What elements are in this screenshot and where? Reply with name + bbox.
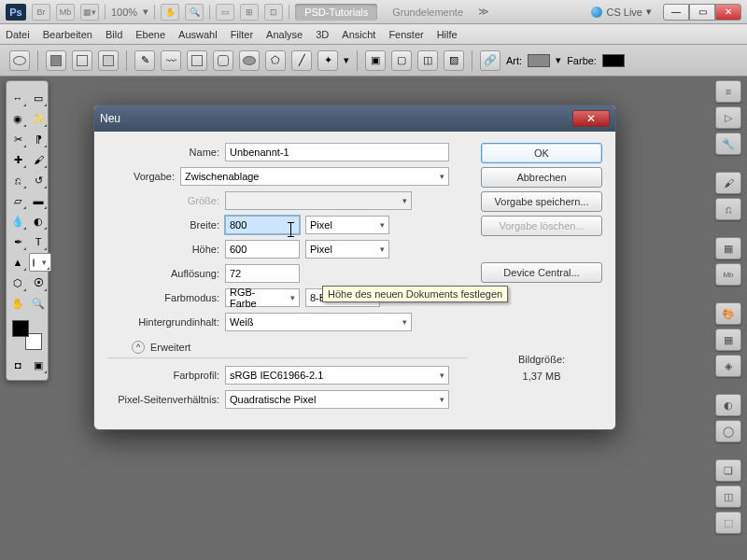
layers-panel-icon[interactable]: ❏	[715, 459, 741, 482]
height-input[interactable]	[225, 240, 300, 259]
zoom-level[interactable]: 100%	[111, 7, 137, 18]
dodge-tool-icon[interactable]: ◐	[29, 212, 48, 231]
device-central-button[interactable]: Device Central...	[481, 262, 602, 283]
cs-live-button[interactable]: CS Live▾	[591, 6, 652, 18]
swatches-panel-icon[interactable]: ▦	[715, 329, 741, 351]
brush-panel-icon[interactable]: 🖌	[715, 172, 741, 194]
guides-icon[interactable]: ⊞	[240, 4, 259, 21]
background-select[interactable]: Weiß	[225, 313, 412, 331]
layout-button[interactable]: ▦▾	[80, 4, 99, 21]
polygon-icon[interactable]: ⬠	[265, 50, 286, 71]
path-select-icon[interactable]: ▲	[8, 253, 27, 272]
color-picker[interactable]	[10, 318, 44, 352]
width-input[interactable]	[225, 216, 300, 234]
minimize-button[interactable]: —	[663, 4, 689, 21]
shape-tool-icon[interactable]	[29, 253, 51, 272]
clone-panel-icon[interactable]: ⎌	[715, 198, 741, 220]
workspace-more-icon[interactable]: ≫	[478, 6, 489, 18]
zoom-tool-icon[interactable]: 🔍	[29, 294, 48, 313]
quickmask-icon[interactable]: ◘	[8, 356, 27, 374]
maximize-button[interactable]: ▭	[689, 4, 715, 21]
3d-tool-icon[interactable]: ⬡	[8, 273, 27, 292]
dialog-titlebar[interactable]: Neu ✕	[94, 105, 615, 132]
wand-tool-icon[interactable]: ✨	[29, 109, 48, 128]
workspace-tab-active[interactable]: PSD-Tutorials	[295, 4, 377, 21]
pathop-icon[interactable]: ▨	[444, 50, 464, 71]
rectangle-icon[interactable]	[187, 50, 207, 71]
stamp-tool-icon[interactable]: ⎌	[8, 171, 27, 189]
brush-tool-icon[interactable]: 🖌	[29, 150, 48, 169]
eyedropper-tool-icon[interactable]: ⁋	[29, 130, 48, 148]
pixelaspect-select[interactable]: Quadratische Pixel	[225, 390, 449, 409]
menu-filter[interactable]: Filter	[231, 29, 253, 40]
pathop-icon[interactable]: ◫	[417, 50, 438, 71]
screenmode-icon[interactable]: ▣	[29, 356, 48, 374]
menu-fenster[interactable]: Fenster	[388, 29, 423, 40]
pathop-icon[interactable]: ▣	[365, 50, 386, 71]
toolpresets-panel-icon[interactable]: 🔧	[715, 133, 741, 155]
color-swatch[interactable]	[602, 54, 625, 67]
colormode-select[interactable]: RGB-Farbe	[225, 288, 300, 307]
heal-tool-icon[interactable]: ✚	[8, 150, 27, 169]
minibridge-panel-icon[interactable]: Mb	[715, 263, 741, 286]
blur-tool-icon[interactable]: 💧	[8, 212, 27, 231]
link-icon[interactable]: 🔗	[480, 50, 500, 71]
grid-icon[interactable]: ⊡	[264, 4, 283, 21]
crop-tool-icon[interactable]: ✂	[8, 130, 27, 148]
menu-3d[interactable]: 3D	[316, 29, 329, 40]
fg-color-swatch[interactable]	[12, 320, 29, 337]
ellipse-icon[interactable]	[239, 50, 260, 71]
menu-bild[interactable]: Bild	[106, 29, 122, 40]
actions-panel-icon[interactable]: ▷	[715, 106, 741, 129]
close-button[interactable]: ✕	[715, 4, 741, 21]
lasso-tool-icon[interactable]: ◉	[8, 109, 27, 128]
advanced-toggle[interactable]: ^ Erweitert	[132, 341, 468, 354]
pen-icon[interactable]: ✎	[134, 50, 155, 71]
eraser-tool-icon[interactable]: ▱	[8, 191, 27, 210]
move-tool-icon[interactable]: ↔	[8, 89, 27, 107]
fill-pixels-icon[interactable]	[98, 50, 119, 71]
pen-tool-icon[interactable]: ✒	[8, 232, 27, 251]
menu-ansicht[interactable]: Ansicht	[342, 29, 375, 40]
colorprofile-select[interactable]: sRGB IEC61966-2.1	[225, 366, 449, 385]
shape-layers-icon[interactable]	[46, 50, 66, 71]
channels-panel-icon[interactable]: ◫	[715, 485, 741, 508]
paths-panel-icon[interactable]: ⬚	[715, 511, 741, 534]
adjustments-panel-icon[interactable]: ◐	[715, 394, 741, 416]
name-input[interactable]	[225, 143, 449, 161]
menu-datei[interactable]: Datei	[6, 29, 30, 40]
hand-tool-icon[interactable]: ✋	[8, 294, 27, 313]
style-swatch[interactable]	[528, 54, 550, 67]
width-unit-select[interactable]: Pixel	[305, 216, 389, 234]
minibridge-button[interactable]: Mb	[56, 4, 75, 21]
styles-panel-icon[interactable]: ◈	[715, 355, 741, 377]
ps-logo-icon[interactable]: Ps	[6, 4, 26, 21]
custom-shape-icon[interactable]: ✦	[317, 50, 338, 71]
color-panel-icon[interactable]: 🎨	[715, 302, 741, 325]
type-tool-icon[interactable]: T	[29, 232, 48, 251]
menu-bearbeiten[interactable]: Bearbeiten	[43, 29, 92, 40]
options-more-icon[interactable]: ▾	[344, 54, 349, 66]
tool-preset-button[interactable]	[9, 50, 30, 71]
height-unit-select[interactable]: Pixel	[305, 240, 389, 259]
history-panel-icon[interactable]: ≡	[715, 80, 741, 103]
history-brush-icon[interactable]: ↺	[29, 171, 48, 189]
3d-camera-icon[interactable]: ⦿	[29, 273, 48, 292]
zoom-icon[interactable]: 🔍	[185, 4, 204, 21]
workspace-tab[interactable]: Grundelemente	[383, 4, 472, 21]
marquee-tool-icon[interactable]: ▭	[29, 89, 48, 107]
menu-auswahl[interactable]: Auswahl	[178, 29, 218, 40]
ok-button[interactable]: OK	[481, 143, 602, 163]
line-icon[interactable]: ╱	[291, 50, 312, 71]
pathop-icon[interactable]: ▢	[391, 50, 412, 71]
freeform-pen-icon[interactable]: 〰	[161, 50, 181, 71]
resolution-input[interactable]	[225, 264, 300, 283]
rulers-icon[interactable]: ▭	[216, 4, 234, 21]
menu-hilfe[interactable]: Hilfe	[437, 29, 458, 40]
gradient-tool-icon[interactable]: ▬	[29, 191, 48, 210]
bridge-button[interactable]: Br	[32, 4, 50, 21]
menu-ebene[interactable]: Ebene	[135, 29, 165, 40]
cancel-button[interactable]: Abbrechen	[481, 167, 602, 188]
masks-panel-icon[interactable]: ◯	[715, 420, 741, 442]
save-preset-button[interactable]: Vorgabe speichern...	[481, 191, 602, 212]
